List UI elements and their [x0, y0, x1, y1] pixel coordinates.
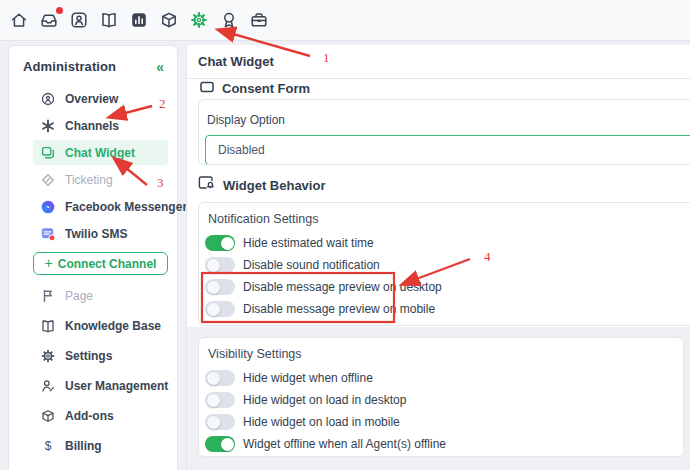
sidebar-item-facebook-messenger[interactable]: Facebook Messenger: [33, 194, 168, 219]
visibility-settings-title: Visibility Settings: [208, 347, 683, 361]
hide-widget-on-load-desktop-toggle[interactable]: [205, 392, 235, 408]
toggle-knob: [221, 438, 234, 451]
sidebar-item-label: Overview: [65, 92, 118, 106]
widget-offline-all-agents-toggle[interactable]: [205, 436, 235, 452]
sidebar-item-label: Channels: [65, 119, 119, 133]
notification-settings-card: Notification Settings Hide estimated wai…: [198, 202, 690, 326]
settings-gear-icon[interactable]: [189, 10, 209, 30]
toggle-row: Hide widget on load in mobile: [205, 414, 683, 430]
page-content: Consent Form Display Option Disabled Wid: [187, 78, 690, 470]
toggle-row: Disable message preview on mobile: [205, 301, 690, 317]
addons-icon[interactable]: [159, 10, 179, 30]
knowledge-base-icon: [40, 318, 56, 334]
sidebar-item-label: Settings: [65, 349, 112, 363]
toggle-knob: [221, 237, 234, 250]
sidebar-item-label: User Management: [65, 379, 168, 393]
channels-icon: [40, 118, 56, 134]
main-pane: Chat Widget Consent Form Display Option …: [186, 45, 690, 470]
sidebar-item-label: Chat Widget: [65, 146, 135, 160]
toggle-row: Widget offline when all Agent(s) offline: [205, 436, 683, 452]
knowledge-base-icon[interactable]: [99, 10, 119, 30]
toggle-label: Disable sound notification: [243, 258, 380, 272]
toggle-knob: [207, 416, 220, 429]
toggle-label: Disable message preview on desktop: [243, 280, 442, 294]
sidebar-item-settings[interactable]: Settings: [33, 343, 168, 369]
sidebar-item-page[interactable]: Page: [33, 283, 168, 309]
sidebar-item-billing[interactable]: $ Billing: [33, 433, 168, 459]
hide-widget-on-load-mobile-toggle[interactable]: [205, 414, 235, 430]
addons-cube-icon: [40, 408, 56, 424]
collapse-sidebar-icon[interactable]: «: [156, 60, 164, 74]
sidebar-item-twilio-sms[interactable]: Twilio SMS: [33, 221, 168, 246]
inbox-icon[interactable]: [39, 10, 59, 30]
toggle-row: Hide widget when offline: [205, 370, 683, 386]
hide-estimated-wait-time-toggle[interactable]: [205, 235, 235, 251]
consent-form-heading: Consent Form: [200, 79, 310, 97]
toggle-knob: [207, 259, 220, 272]
toggle-knob: [207, 281, 220, 294]
sidebar-item-ticketing[interactable]: Ticketing: [33, 167, 168, 192]
sidebar-item-overview[interactable]: Overview: [33, 86, 168, 111]
sidebar-item-chat-widget[interactable]: Chat Widget: [33, 140, 168, 165]
top-navbar: [0, 0, 690, 41]
user-management-icon: [40, 378, 56, 394]
achievements-icon[interactable]: [219, 10, 239, 30]
toggle-row: Disable sound notification: [205, 257, 690, 273]
sidebar-item-label: Twilio SMS: [65, 227, 127, 241]
display-option-value: Disabled: [218, 143, 265, 157]
sidebar-item-add-ons[interactable]: Add-ons: [33, 403, 168, 429]
page-flag-icon: [40, 288, 56, 304]
disable-sound-notification-toggle[interactable]: [205, 257, 235, 273]
reports-icon[interactable]: [129, 10, 149, 30]
widget-behavior-heading: Widget Behavior: [198, 175, 325, 195]
toggle-row: Hide widget on load in desktop: [205, 392, 683, 408]
consent-form-card: Display Option Disabled: [198, 99, 690, 165]
home-icon[interactable]: [9, 10, 29, 30]
sidebar-item-knowledge-base[interactable]: Knowledge Base: [33, 313, 168, 339]
toggle-label: Hide widget on load in desktop: [243, 393, 406, 407]
overview-icon: [40, 91, 56, 107]
sidebar-item-label: Add-ons: [65, 409, 114, 423]
widget-behavior-icon: [198, 175, 215, 195]
sidebar-header: Administration «: [9, 46, 177, 80]
hide-widget-when-offline-toggle[interactable]: [205, 370, 235, 386]
toggle-label: Hide widget on load in mobile: [243, 415, 400, 429]
sidebar-item-label: Facebook Messenger: [65, 200, 187, 214]
display-option-select[interactable]: Disabled: [205, 135, 690, 165]
toggle-label: Disable message preview on mobile: [243, 302, 435, 316]
svg-text:$: $: [45, 439, 52, 453]
twilio-sms-icon: [40, 226, 56, 242]
toggle-knob: [207, 303, 220, 316]
chat-widget-icon: [40, 145, 56, 161]
consent-form-icon: [200, 79, 214, 97]
toggle-label: Widget offline when all Agent(s) offline: [243, 437, 446, 451]
app-window: Administration « Overview: [0, 0, 690, 470]
sidebar-item-label: Page: [65, 289, 93, 303]
toggle-label: Hide estimated wait time: [243, 236, 374, 250]
disable-message-preview-mobile-toggle[interactable]: [205, 301, 235, 317]
toggle-knob: [207, 394, 220, 407]
display-option-label: Display Option: [207, 113, 690, 127]
sidebar-item-channels[interactable]: Channels: [33, 113, 168, 138]
toggle-row: Disable message preview on desktop: [205, 279, 690, 295]
contacts-icon[interactable]: [69, 10, 89, 30]
visibility-settings-card: Visibility Settings Hide widget when off…: [198, 337, 684, 457]
connect-channel-button[interactable]: + Connect Channel: [33, 252, 168, 275]
disable-message-preview-desktop-toggle[interactable]: [205, 279, 235, 295]
plus-icon: +: [45, 255, 53, 271]
toggle-knob: [207, 372, 220, 385]
sidebar-item-user-management[interactable]: User Management: [33, 373, 168, 399]
toggle-row: Hide estimated wait time: [205, 235, 690, 251]
ticketing-icon: [40, 172, 56, 188]
sidebar-menu: Overview Channels Chat Widget: [9, 86, 177, 459]
sidebar-item-label: Knowledge Base: [65, 319, 161, 333]
sidebar-item-label: Ticketing: [65, 173, 113, 187]
sidebar-title: Administration: [23, 59, 116, 74]
facebook-messenger-icon: [40, 199, 56, 215]
page-title: Chat Widget: [198, 54, 274, 69]
admin-sidebar: Administration « Overview: [8, 45, 178, 470]
connect-channel-label: Connect Channel: [58, 257, 157, 271]
toolbox-icon[interactable]: [249, 10, 269, 30]
billing-dollar-icon: $: [40, 438, 56, 454]
toggle-label: Hide widget when offline: [243, 371, 373, 385]
